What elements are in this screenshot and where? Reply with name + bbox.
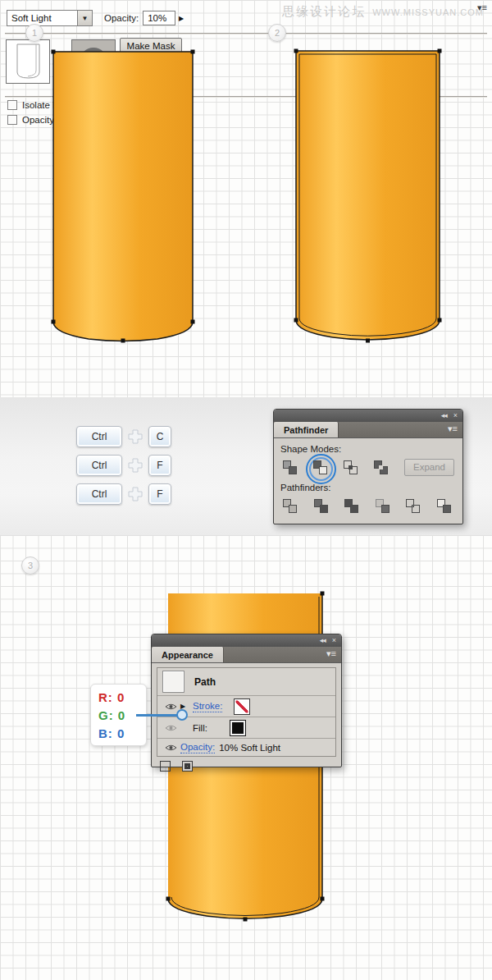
tab-pathfinder[interactable]: Pathfinder [274,422,339,437]
object-thumbnail[interactable] [6,39,50,84]
pathfinder-body: Shape Modes: Expand Pathfinders: [274,438,462,516]
rgb-r-value: R: 0 [98,689,146,706]
shortcut-row-2: Ctrl F [76,456,171,475]
appearance-panel-header: ◂◂ × [152,634,341,647]
pathfinder-panel-header: ◂◂ × [274,410,462,422]
minus-front-highlight [313,460,327,474]
crop-icon[interactable] [376,499,390,513]
opacity-input[interactable]: 10% [143,11,175,25]
visibility-eye-icon[interactable] [165,744,177,752]
plus-icon [127,486,144,502]
cylinder-1 [47,45,199,350]
key-f: F [148,483,171,505]
fill-label[interactable]: Fill: [193,723,207,733]
visibility-eye-icon[interactable] [165,703,177,711]
plus-icon [127,457,144,474]
step-number: 3 [28,561,33,570]
path-row[interactable]: Path [157,668,335,696]
blend-mode-value: Soft Light [7,11,77,25]
watermark-site-name: 思缘设计论坛 [282,4,366,20]
step-badge-3: 3 [21,556,39,575]
shape-modes-row: Expand [280,456,456,478]
cylinder-2-path [296,51,440,340]
close-panel-icon[interactable]: × [453,412,457,419]
opacity-link[interactable]: Opacity: [180,742,215,753]
appearance-panel: ◂◂ × Appearance ▾≡ Path ▶ Stroke: [151,634,342,767]
divider [5,33,487,34]
merge-icon[interactable] [344,499,358,513]
panel-menu-icon[interactable]: ▾≡ [448,424,458,434]
close-panel-icon[interactable]: × [332,637,335,644]
tab-appearance[interactable]: Appearance [152,647,224,662]
exclude-icon[interactable] [374,460,388,474]
fill-row[interactable]: Fill: [157,717,335,739]
pathfinders-row [280,495,456,516]
fill-black-swatch[interactable] [230,720,246,736]
collapse-panel-icon[interactable]: ◂◂ [441,412,447,419]
object-thumbnail-sketch [7,40,49,83]
appearance-footer [152,757,341,772]
pathfinder-tab-bar: Pathfinder ▾≡ [274,422,462,438]
appearance-tab-bar: Appearance ▾≡ [152,647,341,663]
pathfinders-label: Pathfinders: [280,483,456,492]
rgb-b-value: B: 0 [98,725,146,742]
opacity-value: 10% Soft Light [219,743,280,753]
outline-icon[interactable] [406,499,420,513]
new-fill-icon[interactable] [182,761,193,772]
callout-line [136,714,179,717]
watermark-site-url: WWW.MISSYUAN.COM [372,7,484,17]
callout-dot [176,709,188,721]
unite-icon[interactable] [283,460,297,474]
opacity-row[interactable]: Opacity: 10% Soft Light [157,739,335,756]
cylinder-2 [289,44,447,351]
expand-button[interactable]: Expand [404,459,454,476]
step-badge-1: 1 [25,24,43,42]
plus-icon [127,428,144,445]
trim-icon[interactable] [314,499,328,513]
panel-menu-icon[interactable]: ▾≡ [326,648,336,659]
intersect-icon[interactable] [344,460,358,474]
blend-mode-select[interactable]: Soft Light ▼ [7,10,93,26]
new-stroke-icon[interactable] [160,761,171,772]
stroke-link[interactable]: Stroke: [193,701,222,712]
divide-icon[interactable] [283,499,297,513]
key-ctrl: Ctrl [76,426,122,447]
minus-front-icon[interactable] [313,460,327,474]
key-ctrl: Ctrl [76,455,122,476]
visibility-eye-icon[interactable] [165,724,177,732]
cylinder-1-path [53,52,193,341]
tutorial-page: 思缘设计论坛 WWW.MISSYUAN.COM 1 2 3 [0,0,492,980]
path-thumbnail [162,671,184,693]
step-badge-2: 2 [268,24,286,42]
minus-back-icon[interactable] [437,499,451,513]
stroke-none-swatch[interactable] [234,698,250,715]
dropdown-arrow-icon[interactable]: ▼ [77,11,92,25]
step-number: 1 [32,28,37,38]
checkbox-box[interactable] [7,115,17,125]
shortcut-row-3: Ctrl F [76,484,171,504]
collapse-panel-icon[interactable]: ◂◂ [320,637,326,644]
shortcut-row-1: Ctrl C [76,427,171,446]
path-label: Path [194,676,216,688]
shape-modes-label: Shape Modes: [280,444,456,454]
opacity-label: Opacity: [104,13,139,23]
opacity-stepper-icon[interactable]: ▶ [175,11,187,25]
checkbox-box[interactable] [7,100,17,110]
step-number: 2 [275,28,280,38]
key-c: C [148,426,171,447]
key-f: F [148,455,171,476]
watermark: 思缘设计论坛 WWW.MISSYUAN.COM [282,4,484,20]
pathfinder-panel: ◂◂ × Pathfinder ▾≡ Shape Modes: Expand P… [273,409,463,524]
key-ctrl: Ctrl [76,483,122,505]
